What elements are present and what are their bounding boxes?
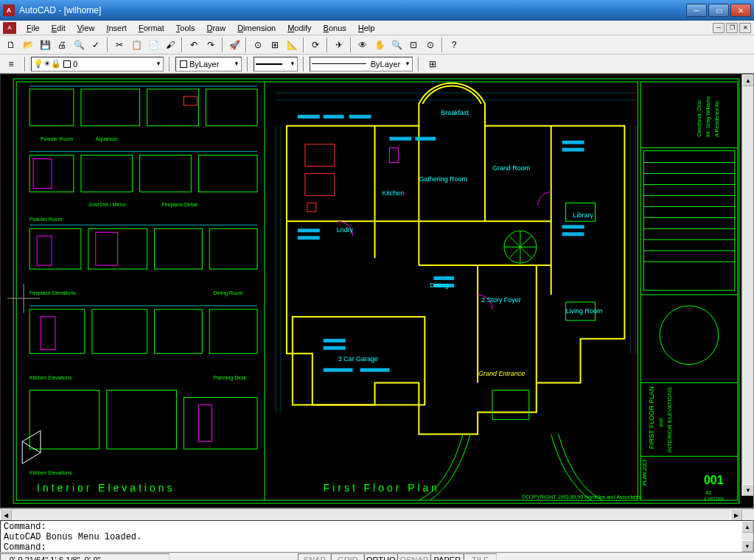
titleblock: A Residence for Mr. Greg Williams Clevel… <box>640 82 738 501</box>
linetype-combo[interactable]: ByLayer ▼ <box>310 57 413 71</box>
svg-rect-9 <box>140 155 192 192</box>
new-icon[interactable]: 🗋 <box>3 37 19 53</box>
menu-help[interactable]: Help <box>352 22 381 34</box>
zoomprev-icon[interactable]: ⊙ <box>422 37 439 53</box>
scroll-up-icon[interactable]: ▲ <box>741 521 753 533</box>
interior-elevations-group: Powder Room Aquarium Joist Det / Mirror … <box>29 86 257 494</box>
scroll-track[interactable] <box>742 86 753 484</box>
copy-icon[interactable]: 📋 <box>128 37 144 53</box>
zoomwin-icon[interactable]: ⊡ <box>405 37 422 53</box>
menu-dimension[interactable]: Dimension <box>231 22 282 34</box>
toggle-tile[interactable]: TILE <box>464 553 497 560</box>
linetype-value: ByLayer <box>371 60 400 69</box>
dist-icon[interactable]: 📐 <box>284 37 300 53</box>
svg-text:Dining: Dining <box>430 281 448 289</box>
menu-view[interactable]: View <box>71 22 101 34</box>
svg-text:Powder Room: Powder Room <box>29 217 62 222</box>
save-icon[interactable]: 💾 <box>37 37 53 53</box>
svg-text:Mr. Greg Williams: Mr. Greg Williams <box>705 96 711 136</box>
svg-rect-54 <box>184 97 197 105</box>
svg-rect-107 <box>643 151 735 290</box>
svg-text:A1: A1 <box>705 490 712 495</box>
sun-icon: ☀ <box>43 59 51 69</box>
mdi-close[interactable]: ✕ <box>739 23 751 33</box>
linetype-preview[interactable]: ▼ <box>254 57 298 71</box>
svg-rect-76 <box>433 276 454 280</box>
menu-edit[interactable]: Edit <box>46 22 71 34</box>
paste-icon[interactable]: 📄 <box>145 37 161 53</box>
mdi-restore[interactable]: ❐ <box>726 23 738 33</box>
svg-text:FIRST FLOOR PLAN: FIRST FLOOR PLAN <box>648 386 655 449</box>
svg-rect-24 <box>96 232 118 265</box>
color-value: ByLayer <box>189 60 219 69</box>
svg-text:©COPYRIGHT 1993,89,90 HomKins : ©COPYRIGHT 1993,89,90 HomKins and Associ… <box>522 494 642 500</box>
menu-insert[interactable]: Insert <box>100 22 133 34</box>
vertical-scrollbar[interactable]: ▲ ▼ <box>741 74 753 496</box>
svg-rect-17 <box>155 309 203 354</box>
menu-modify[interactable]: Modify <box>282 22 317 34</box>
help-icon[interactable]: ? <box>446 37 462 53</box>
minimize-button[interactable]: ─ <box>686 4 707 17</box>
make-layer-icon[interactable]: ≡ <box>3 56 19 72</box>
maximize-button[interactable]: ▭ <box>708 4 729 17</box>
cad-canvas[interactable]: Powder Room Aquarium Joist Det / Mirror … <box>1 74 753 508</box>
preview-icon[interactable]: 🔍 <box>71 37 87 53</box>
close-button[interactable]: ✕ <box>730 4 751 17</box>
drawing-area[interactable]: Powder Room Aquarium Joist Det / Mirror … <box>0 74 754 508</box>
svg-rect-55 <box>389 148 398 163</box>
svg-rect-15 <box>29 309 85 354</box>
layer-combo[interactable]: 💡 ☀ 🔒 0 ▼ <box>31 57 164 71</box>
toggle-snap[interactable]: SNAP <box>298 553 331 560</box>
menu-file[interactable]: File <box>21 22 46 34</box>
chevron-down-icon: ▼ <box>405 60 411 67</box>
svg-rect-3 <box>29 89 74 126</box>
pan-icon[interactable]: ✋ <box>371 37 388 53</box>
properties-icon[interactable]: ⊞ <box>425 56 441 72</box>
mdi-minimize[interactable]: ─ <box>713 23 725 33</box>
launch-icon[interactable]: 🚀 <box>226 37 242 53</box>
scroll-left-icon[interactable]: ◀ <box>0 509 12 521</box>
menu-draw[interactable]: Draw <box>200 22 231 34</box>
layer-name: 0 <box>73 60 77 69</box>
svg-rect-79 <box>562 148 584 152</box>
spell-icon[interactable]: ✓ <box>88 37 104 53</box>
svg-text:A.10011000: A.10011000 <box>704 497 724 501</box>
scroll-up-icon[interactable]: ▲ <box>742 74 754 86</box>
namedviews-icon[interactable]: 👁 <box>355 37 371 53</box>
svg-rect-75 <box>298 236 320 239</box>
horizontal-scrollbar[interactable]: ◀ ▶ <box>0 508 754 520</box>
svg-rect-81 <box>562 232 584 236</box>
cut-icon[interactable]: ✂ <box>111 37 128 53</box>
command-window[interactable]: Command: AutoCAD Bonus Menu loaded. Comm… <box>0 520 754 553</box>
toggle-ortho[interactable]: ORTHO <box>364 553 397 560</box>
command-scrollbar[interactable]: ▲ ▼ <box>741 521 753 552</box>
menu-tools[interactable]: Tools <box>170 22 201 34</box>
snap-icon[interactable]: ⊙ <box>250 37 266 53</box>
scroll-track[interactable] <box>12 509 730 520</box>
aerial-icon[interactable]: ✈ <box>331 37 347 53</box>
ucs-icon[interactable]: ⊞ <box>267 37 283 53</box>
scroll-down-icon[interactable]: ▼ <box>742 484 754 496</box>
coords-readout: -0'-0 21/64",1'-6 1/8" ,0'-0" <box>0 553 170 560</box>
svg-rect-72 <box>389 137 411 141</box>
svg-rect-82 <box>324 339 346 343</box>
redo-icon[interactable]: ↷ <box>203 37 219 53</box>
menu-bonus[interactable]: Bonus <box>318 22 352 34</box>
toggle-grid[interactable]: GRID <box>331 553 364 560</box>
toggle-osnap[interactable]: OSNAP <box>397 553 430 560</box>
redraw-icon[interactable]: ⟳ <box>307 37 324 53</box>
matchprop-icon[interactable]: 🖌 <box>162 37 178 53</box>
separator <box>327 38 328 52</box>
object-properties-toolbar: ≡ 💡 ☀ 🔒 0 ▼ ByLayer ▼ ▼ ByLayer ▼ ⊞ <box>0 55 754 74</box>
print-icon[interactable]: 🖨 <box>54 37 70 53</box>
open-icon[interactable]: 📂 <box>20 37 36 53</box>
scroll-right-icon[interactable]: ▶ <box>730 509 742 521</box>
zoomrt-icon[interactable]: 🔍 <box>388 37 405 53</box>
svg-text:Library: Library <box>573 211 594 219</box>
undo-icon[interactable]: ↶ <box>186 37 202 53</box>
svg-line-128 <box>22 441 41 452</box>
menu-format[interactable]: Format <box>133 22 170 34</box>
color-combo[interactable]: ByLayer ▼ <box>175 57 242 71</box>
toggle-paper[interactable]: PAPER <box>430 553 464 560</box>
scroll-down-icon[interactable]: ▼ <box>741 540 753 552</box>
